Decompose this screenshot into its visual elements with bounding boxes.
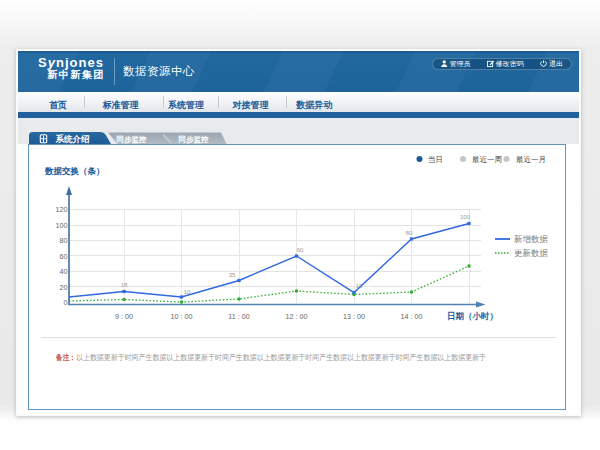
- svg-text:最近一周: 最近一周: [472, 155, 502, 164]
- svg-text:40: 40: [60, 267, 68, 276]
- svg-text:10 : 00: 10 : 00: [171, 312, 193, 321]
- svg-text:同步监控: 同步监控: [179, 135, 210, 144]
- svg-text:当日: 当日: [428, 155, 443, 164]
- svg-text:更新数据: 更新数据: [514, 248, 549, 258]
- svg-text:9 : 00: 9 : 00: [115, 312, 133, 321]
- svg-text:新增数据: 新增数据: [514, 234, 549, 244]
- svg-text:14 : 00: 14 : 00: [401, 312, 423, 321]
- svg-text:13 : 00: 13 : 00: [343, 312, 365, 321]
- svg-text:11 : 00: 11 : 00: [228, 312, 249, 321]
- svg-text:35: 35: [229, 272, 236, 278]
- svg-text:80: 80: [406, 230, 413, 236]
- svg-text:18: 18: [121, 282, 128, 288]
- svg-text:80: 80: [60, 236, 68, 245]
- svg-text:100: 100: [460, 214, 471, 220]
- svg-text:最近一月: 最近一月: [516, 155, 546, 164]
- svg-text:系统介绍: 系统介绍: [55, 134, 91, 144]
- svg-text:数据交换（条）: 数据交换（条）: [44, 166, 105, 176]
- svg-text:同步监控: 同步监控: [117, 135, 148, 144]
- svg-text:60: 60: [60, 252, 68, 261]
- svg-text:120: 120: [56, 205, 68, 214]
- svg-text:12 : 00: 12 : 00: [286, 312, 308, 321]
- svg-text:10: 10: [356, 283, 363, 289]
- svg-text:20: 20: [60, 283, 68, 292]
- svg-text:0: 0: [64, 298, 68, 307]
- svg-text:10: 10: [184, 289, 191, 295]
- svg-text:100: 100: [56, 221, 68, 230]
- svg-text:日期（小时）: 日期（小时）: [447, 311, 498, 321]
- svg-text:60: 60: [297, 247, 304, 253]
- svg-text:备注：以上数据更新于时间产生数据以上数据更新于时间产生数据以: 备注：以上数据更新于时间产生数据以上数据更新于时间产生数据以上数据更新于时间产生…: [55, 353, 486, 362]
